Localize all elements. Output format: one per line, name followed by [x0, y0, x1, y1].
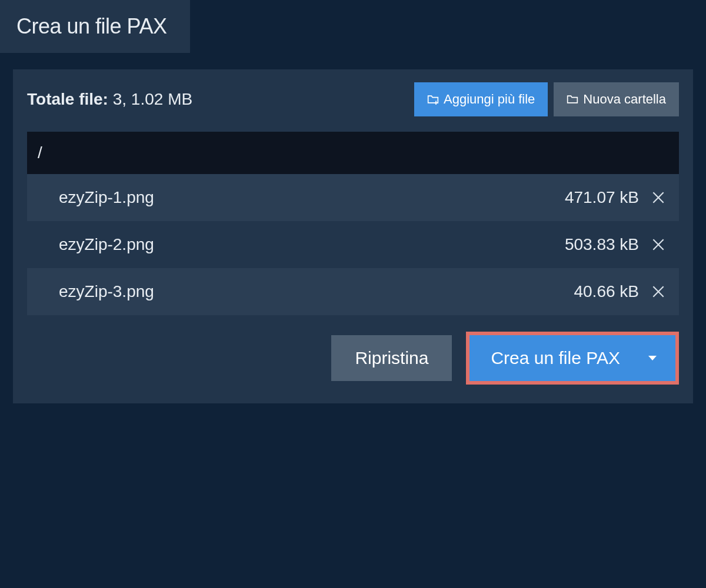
top-actions: Aggiungi più file Nuova cartella — [414, 82, 679, 116]
reset-button[interactable]: Ripristina — [331, 335, 452, 381]
file-row: ezyZip-3.png40.66 kB — [27, 268, 679, 315]
file-name: ezyZip-3.png — [59, 282, 154, 301]
caret-down-icon — [648, 356, 657, 360]
path-text: / — [38, 143, 42, 162]
create-label: Crea un file PAX — [491, 348, 620, 368]
folder-icon — [567, 94, 578, 105]
file-row: ezyZip-2.png503.83 kB — [27, 221, 679, 268]
create-button-group: Crea un file PAX — [466, 332, 679, 385]
tab-title: Crea un file PAX — [16, 14, 166, 38]
add-files-label: Aggiungi più file — [444, 92, 535, 107]
file-right: 471.07 kB — [565, 188, 666, 207]
create-dropdown-button[interactable] — [639, 338, 673, 379]
total-files-label: Totale file: — [27, 90, 108, 108]
main-panel: Totale file: 3, 1.02 MB Aggiungi più fil… — [13, 69, 693, 403]
add-files-button[interactable]: Aggiungi più file — [414, 82, 548, 116]
new-folder-label: Nuova cartella — [583, 92, 666, 107]
file-size: 471.07 kB — [565, 188, 639, 207]
close-icon[interactable] — [651, 190, 666, 205]
create-pax-button[interactable]: Crea un file PAX — [472, 338, 639, 379]
file-name: ezyZip-1.png — [59, 188, 154, 207]
path-header: / — [27, 132, 679, 174]
file-size: 40.66 kB — [574, 282, 639, 301]
footer-actions: Ripristina Crea un file PAX — [13, 315, 693, 403]
reset-label: Ripristina — [355, 348, 428, 368]
summary-row: Totale file: 3, 1.02 MB Aggiungi più fil… — [13, 69, 693, 127]
file-row: ezyZip-1.png471.07 kB — [27, 174, 679, 221]
folder-add-icon — [427, 94, 439, 105]
file-list: / ezyZip-1.png471.07 kBezyZip-2.png503.8… — [27, 132, 679, 315]
close-icon[interactable] — [651, 284, 666, 299]
file-size: 503.83 kB — [565, 235, 639, 254]
close-icon[interactable] — [651, 237, 666, 252]
total-files-text: Totale file: 3, 1.02 MB — [27, 90, 192, 109]
new-folder-button[interactable]: Nuova cartella — [554, 82, 679, 116]
total-files-value: 3, 1.02 MB — [113, 90, 192, 108]
tab-create-pax[interactable]: Crea un file PAX — [0, 0, 190, 53]
file-right: 503.83 kB — [565, 235, 666, 254]
file-name: ezyZip-2.png — [59, 235, 154, 254]
file-right: 40.66 kB — [574, 282, 666, 301]
